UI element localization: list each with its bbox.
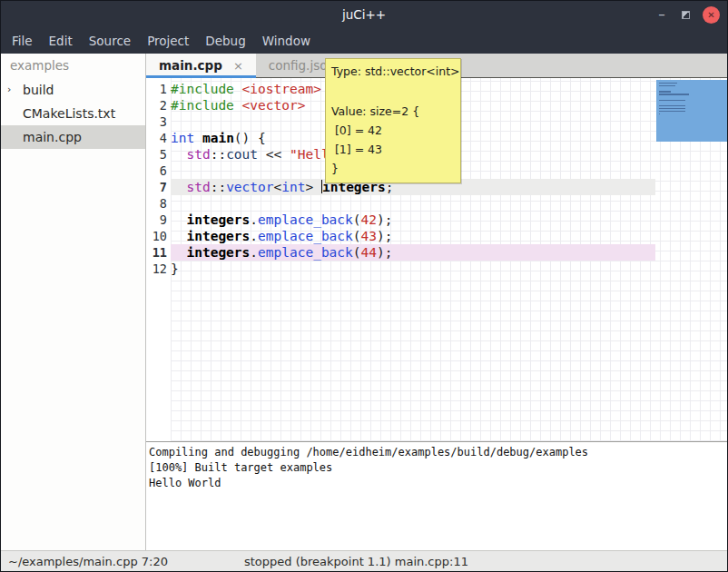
code-token: <iostream> — [242, 82, 321, 96]
minimap-viewport-overlay[interactable] — [656, 80, 727, 142]
menu-item-project[interactable]: Project — [139, 30, 197, 52]
code-token: 44 — [361, 245, 377, 260]
code-token: #include — [171, 98, 234, 113]
menu-item-edit[interactable]: Edit — [41, 30, 81, 52]
debug-value-tooltip: Type: std::vector<int>Value: size=2 { [0… — [325, 58, 461, 183]
sidebar-item-build[interactable]: ›build — [1, 78, 145, 102]
output-line: Compiling and debugging /home/eidheim/ex… — [149, 445, 727, 460]
code-token: ( — [353, 212, 361, 227]
line-number: 11 — [146, 244, 171, 261]
restore-button[interactable] — [682, 11, 690, 19]
tooltip-line: Value: size=2 { — [331, 102, 455, 121]
sidebar-item-label: CMakeLists.txt — [23, 106, 115, 121]
file-tree: ›buildCMakeLists.txtmain.cpp — [1, 78, 145, 149]
line-number: 1 — [146, 81, 171, 97]
code-token: std — [186, 147, 210, 162]
menu-item-window[interactable]: Window — [254, 30, 319, 52]
code-token: <vector> — [242, 98, 306, 113]
line-number: 7 — [146, 179, 171, 195]
code-line[interactable]: } — [171, 261, 655, 277]
code-token: cout — [226, 147, 258, 162]
tab-close-icon[interactable]: × — [233, 59, 243, 73]
minimize-button[interactable]: – — [654, 6, 669, 23]
code-token: vector — [226, 180, 273, 194]
code-token: integers — [186, 229, 250, 243]
sidebar-item-cmakelists-txt[interactable]: CMakeLists.txt — [1, 102, 145, 125]
debug-output-panel: Compiling and debugging /home/eidheim/ex… — [146, 441, 727, 550]
code-token — [194, 131, 202, 145]
minimap-code-line — [659, 94, 689, 94]
output-line: [100%] Built target examples — [149, 460, 727, 476]
status-bar: ~/examples/main.cpp 7:20 stopped (breakp… — [1, 550, 727, 572]
line-number: 6 — [146, 163, 171, 179]
sidebar-item-main-cpp[interactable]: main.cpp — [1, 125, 145, 149]
code-token: ); — [377, 245, 392, 260]
code-line[interactable]: integers.emplace_back(44); — [171, 244, 655, 261]
code-token: int — [171, 131, 194, 145]
code-line[interactable]: integers.emplace_back(43); — [171, 228, 655, 244]
line-number: 10 — [146, 228, 171, 244]
code-token: emplace_back — [258, 245, 353, 260]
minimap[interactable] — [655, 78, 727, 441]
line-number: 5 — [146, 146, 171, 163]
code-token: () { — [234, 131, 266, 145]
code-token — [234, 98, 242, 113]
minimap-code-line — [659, 83, 677, 84]
tab-label: main.cpp — [159, 58, 222, 73]
tooltip-line: [1] = 43 — [331, 140, 455, 159]
code-token: . — [250, 229, 258, 243]
window-title: juCi++ — [342, 7, 386, 22]
minimap-code-line — [659, 111, 685, 112]
line-number-gutter: 123456789101112 — [146, 81, 171, 277]
code-token: ( — [353, 245, 361, 260]
code-token: < — [274, 180, 282, 194]
line-number: 12 — [146, 261, 171, 277]
line-number: 9 — [146, 212, 171, 228]
sidebar-item-label: main.cpp — [23, 130, 82, 144]
code-token: :: — [211, 147, 226, 162]
window-controls: – ✕ — [654, 1, 720, 28]
code-token — [171, 229, 186, 243]
code-token — [234, 82, 242, 96]
code-token: emplace_back — [258, 229, 353, 243]
menu-bar: FileEditSourceProjectDebugWindow — [1, 28, 727, 54]
menu-item-source[interactable]: Source — [81, 30, 139, 52]
code-token: } — [171, 261, 179, 276]
tooltip-line: } — [331, 159, 455, 178]
code-token: main — [202, 131, 234, 145]
title-bar[interactable]: juCi++ – ✕ — [1, 1, 727, 28]
code-token — [171, 180, 186, 194]
tooltip-line: [0] = 42 — [331, 121, 455, 140]
tab-main-cpp[interactable]: main.cpp× — [146, 54, 256, 77]
code-token: int — [281, 180, 305, 194]
code-token: 43 — [361, 229, 377, 243]
line-number: 4 — [146, 130, 171, 146]
tooltip-line: Type: std::vector<int> — [331, 62, 455, 81]
file-tree-sidebar: examples ›buildCMakeLists.txtmain.cpp — [1, 54, 146, 550]
code-token: . — [250, 212, 258, 227]
sidebar-header: examples — [1, 54, 145, 78]
code-token: > — [305, 180, 320, 194]
close-button[interactable]: ✕ — [703, 6, 720, 24]
minimap-code-line — [659, 113, 660, 114]
code-token: std — [186, 180, 210, 194]
code-token: << — [258, 147, 290, 162]
code-token: integers — [186, 245, 250, 260]
code-line[interactable]: integers.emplace_back(42); — [171, 212, 655, 228]
minimap-code-line — [659, 100, 685, 101]
code-token: ( — [353, 229, 361, 243]
code-token: emplace_back — [258, 212, 353, 227]
output-line: Hello World — [149, 476, 727, 491]
menu-item-file[interactable]: File — [4, 30, 41, 52]
code-token — [171, 212, 186, 227]
code-token: . — [250, 245, 258, 260]
code-token: :: — [211, 180, 226, 194]
code-token: 42 — [361, 212, 377, 227]
line-number: 2 — [146, 97, 171, 113]
status-debug-state: stopped (breakpoint 1.1) main.cpp:11 — [244, 551, 468, 572]
status-file-position: ~/examples/main.cpp 7:20 — [8, 551, 168, 572]
menu-item-debug[interactable]: Debug — [197, 30, 253, 52]
minimap-code-line — [659, 108, 685, 109]
expander-icon[interactable]: › — [7, 78, 11, 102]
code-line[interactable] — [171, 195, 655, 212]
